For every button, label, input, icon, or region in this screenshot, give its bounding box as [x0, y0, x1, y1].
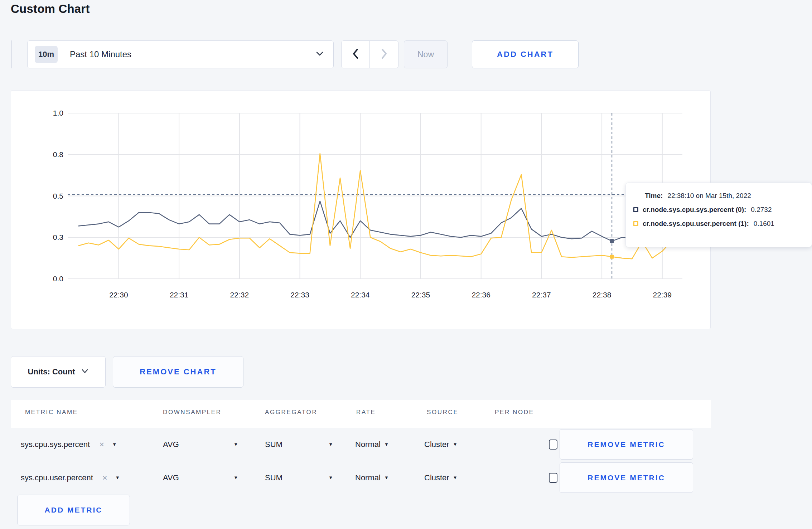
- downsampler-select[interactable]: AVG ▼: [163, 428, 238, 461]
- remove-selection-icon[interactable]: ×: [102, 473, 107, 483]
- add-chart-button[interactable]: ADD CHART: [472, 40, 579, 68]
- next-time-button[interactable]: [370, 41, 398, 68]
- svg-text:22:32: 22:32: [230, 291, 249, 299]
- svg-text:22:30: 22:30: [109, 291, 128, 299]
- tooltip-time-value: 22:38:10 on Mar 15th, 2022: [667, 192, 751, 200]
- aggregator-value: SUM: [265, 440, 282, 449]
- rate-select[interactable]: Normal ▼: [355, 428, 389, 461]
- svg-text:22:38: 22:38: [593, 291, 612, 299]
- svg-text:22:37: 22:37: [532, 291, 551, 299]
- svg-text:0.5: 0.5: [53, 192, 63, 200]
- metric-name-select[interactable]: sys.cpu.user.percent × ▼: [21, 461, 120, 494]
- downsampler-value: AVG: [163, 473, 179, 482]
- source-select[interactable]: Cluster ▼: [424, 428, 458, 461]
- timeseries-chart[interactable]: 0.00.30.50.81.022:3022:3122:3222:3322:34…: [11, 91, 711, 330]
- source-value: Cluster: [424, 440, 449, 449]
- metric-name-select[interactable]: sys.cpu.sys.percent × ▼: [21, 428, 117, 461]
- aggregator-select[interactable]: SUM ▼: [265, 428, 333, 461]
- user-series-swatch: [633, 221, 638, 226]
- chart-tooltip: Time: 22:38:10 on Mar 15th, 2022 cr.node…: [625, 183, 812, 247]
- tooltip-sys-value: 0.2732: [751, 206, 772, 214]
- tooltip-sys-name: cr.node.sys.cpu.sys.percent (0):: [643, 206, 746, 214]
- svg-text:0.8: 0.8: [53, 150, 63, 159]
- chart-card: 0.00.30.50.81.022:3022:3122:3222:3322:34…: [11, 90, 711, 329]
- svg-text:22:35: 22:35: [411, 291, 430, 299]
- svg-text:22:39: 22:39: [653, 291, 672, 299]
- remove-metric-button[interactable]: REMOVE METRIC: [560, 462, 693, 493]
- time-range-badge: 10m: [35, 46, 58, 63]
- remove-selection-icon[interactable]: ×: [99, 440, 104, 450]
- aggregator-value: SUM: [265, 473, 282, 482]
- prev-time-button[interactable]: [342, 41, 370, 68]
- col-header-rate: RATE: [356, 409, 376, 416]
- metrics-table-header: METRIC NAME DOWNSAMPLER AGGREGATOR RATE …: [11, 400, 711, 428]
- caret-down-icon: ▼: [328, 442, 333, 447]
- aggregator-select[interactable]: SUM ▼: [265, 461, 333, 494]
- caret-down-icon: ▼: [233, 442, 238, 447]
- col-header-source: SOURCE: [427, 409, 458, 416]
- col-header-per-node: PER NODE: [495, 409, 534, 416]
- svg-text:22:36: 22:36: [472, 291, 490, 299]
- caret-down-icon: ▼: [453, 442, 458, 447]
- chevron-right-icon: [381, 48, 388, 60]
- page-title: Custom Chart: [11, 2, 90, 16]
- source-select[interactable]: Cluster ▼: [424, 461, 458, 494]
- metric-name-value: sys.cpu.sys.percent: [21, 440, 90, 449]
- tooltip-user-name: cr.node.sys.cpu.user.percent (1):: [643, 220, 749, 228]
- chevron-down-icon: [315, 51, 324, 58]
- rate-select[interactable]: Normal ▼: [355, 461, 389, 494]
- units-select[interactable]: Units: Count: [11, 356, 106, 388]
- svg-text:1.0: 1.0: [53, 109, 63, 117]
- col-header-aggregator: AGGREGATOR: [265, 409, 317, 416]
- caret-down-icon: ▼: [233, 475, 238, 480]
- caret-down-icon: ▼: [112, 442, 117, 447]
- per-node-checkbox[interactable]: [549, 440, 557, 450]
- remove-chart-button[interactable]: REMOVE CHART: [113, 356, 243, 388]
- chevron-left-icon: [352, 48, 359, 60]
- caret-down-icon: ▼: [384, 475, 389, 480]
- caret-down-icon: ▼: [384, 442, 389, 447]
- caret-down-icon: ▼: [453, 475, 458, 480]
- per-node-checkbox[interactable]: [549, 473, 557, 483]
- col-header-downsampler: DOWNSAMPLER: [163, 409, 222, 416]
- downsampler-select[interactable]: AVG ▼: [163, 461, 238, 494]
- tooltip-time-label: Time:: [645, 192, 663, 200]
- caret-down-icon: ▼: [115, 475, 120, 480]
- downsampler-value: AVG: [163, 440, 179, 449]
- svg-text:22:31: 22:31: [170, 291, 189, 299]
- add-metric-button[interactable]: ADD METRIC: [17, 495, 130, 525]
- source-value: Cluster: [424, 473, 449, 482]
- table-row: sys.cpu.user.percent × ▼ AVG ▼ SUM ▼ Nor…: [11, 461, 711, 494]
- sys-series-swatch: [633, 207, 638, 212]
- svg-text:0.3: 0.3: [53, 233, 63, 241]
- chevron-down-icon: [81, 369, 88, 375]
- tooltip-user-value: 0.1601: [754, 220, 774, 228]
- col-header-metric-name: METRIC NAME: [25, 409, 78, 416]
- rate-value: Normal: [355, 473, 381, 482]
- svg-text:22:33: 22:33: [290, 291, 309, 299]
- now-button[interactable]: Now: [404, 40, 448, 68]
- svg-text:0.0: 0.0: [53, 275, 63, 283]
- svg-text:22:34: 22:34: [351, 291, 370, 299]
- metric-name-value: sys.cpu.user.percent: [21, 473, 93, 482]
- time-nav-group: [341, 40, 398, 68]
- time-range-selector[interactable]: 10m Past 10 Minutes: [27, 40, 334, 68]
- units-label: Units: Count: [28, 367, 75, 377]
- remove-metric-button[interactable]: REMOVE METRIC: [560, 429, 693, 460]
- time-range-label: Past 10 Minutes: [70, 49, 131, 59]
- table-row: sys.cpu.sys.percent × ▼ AVG ▼ SUM ▼ Norm…: [11, 428, 711, 461]
- rate-value: Normal: [355, 440, 381, 449]
- caret-down-icon: ▼: [328, 475, 333, 480]
- toolbar-left-divider: [11, 40, 12, 68]
